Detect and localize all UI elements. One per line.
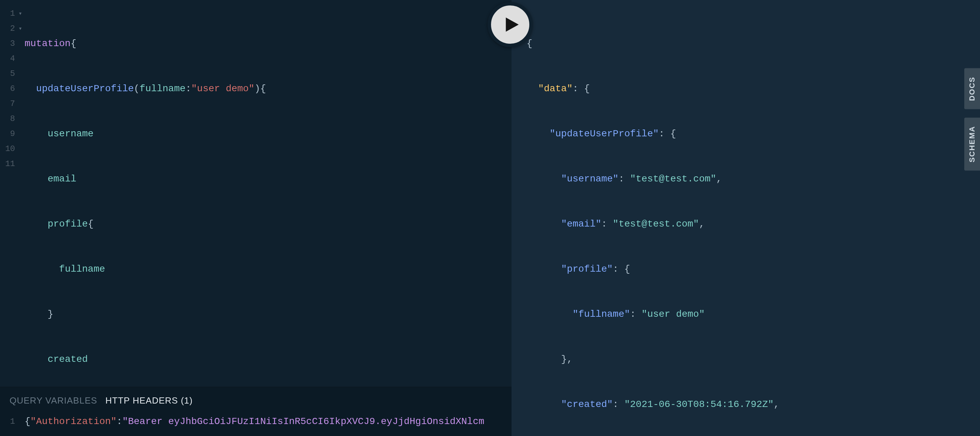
result-pane: ▾ ▾ ▾ { "data": { "updateUserProfile": {… [512,0,980,436]
query-code[interactable]: mutation{ updateUserProfile(fullname:"us… [25,6,512,387]
variables-panel: QUERY VARIABLES HTTP HEADERS (1) 1 {"Aut… [0,387,512,436]
graphql-playground: 1 2 3 4 5 6 7 8 9 10 11 ▾ ▾ mutation{ up… [0,0,980,436]
headers-gutter: 1 [0,414,19,429]
tab-query-variables[interactable]: QUERY VARIABLES [10,395,97,406]
query-editor[interactable]: 1 2 3 4 5 6 7 8 9 10 11 ▾ ▾ mutation{ up… [0,0,512,387]
result-code: { "data": { "updateUserProfile": { "user… [527,6,980,436]
fold-toggle-icon[interactable]: ▾ [19,6,25,21]
result-viewer[interactable]: ▾ ▾ ▾ { "data": { "updateUserProfile": {… [518,6,980,436]
variables-tabbar: QUERY VARIABLES HTTP HEADERS (1) [0,387,512,414]
headers-editor[interactable]: 1 {"Authorization":"Bearer eyJhbGciOiJFU… [0,414,512,436]
result-fold-gutter[interactable]: ▾ ▾ ▾ [518,6,527,436]
side-tabs: DOCS SCHEMA [964,68,980,171]
fold-gutter[interactable]: ▾ ▾ [19,6,25,387]
line-gutter: 1 2 3 4 5 6 7 8 9 10 11 [0,6,19,387]
schema-tab[interactable]: SCHEMA [964,117,980,171]
execute-button[interactable] [488,2,533,47]
tab-http-headers[interactable]: HTTP HEADERS (1) [105,395,192,406]
docs-tab[interactable]: DOCS [964,68,980,109]
query-pane: 1 2 3 4 5 6 7 8 9 10 11 ▾ ▾ mutation{ up… [0,0,512,436]
headers-code[interactable]: {"Authorization":"Bearer eyJhbGciOiJFUzI… [25,414,512,429]
fold-toggle-icon[interactable]: ▾ [19,21,25,36]
play-icon [503,16,520,33]
